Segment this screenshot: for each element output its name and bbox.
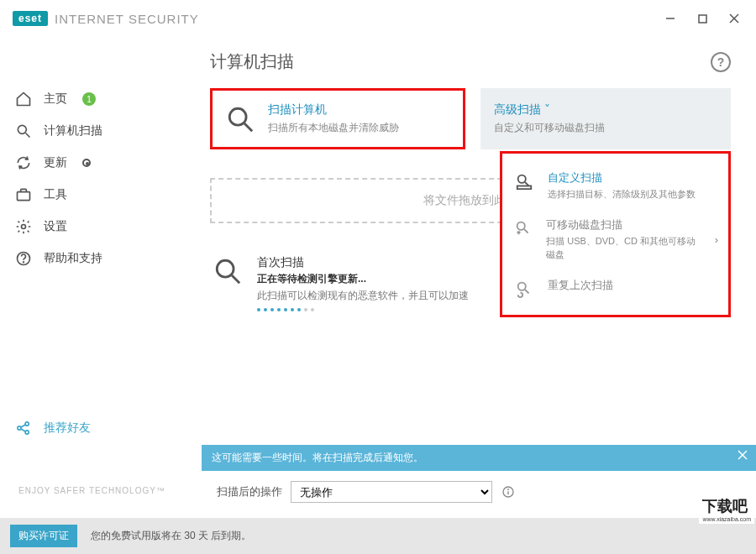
refresh-icon <box>15 154 32 171</box>
adv-card-subtitle: 自定义和可移动磁盘扫描 <box>494 121 605 135</box>
sidebar-item-tools[interactable]: 工具 <box>0 179 197 211</box>
window-controls <box>664 12 748 25</box>
svg-point-15 <box>229 108 246 125</box>
svg-line-14 <box>21 429 26 431</box>
share-icon <box>15 420 32 436</box>
notice-close-button[interactable] <box>738 450 748 460</box>
info-icon <box>501 485 515 499</box>
adv-item-title: 可移动磁盘扫描 <box>546 217 703 233</box>
close-icon <box>738 450 748 460</box>
minimize-button[interactable] <box>664 12 677 25</box>
adv-item-desc: 选择扫描目标、清除级别及其他参数 <box>548 188 696 201</box>
close-icon <box>729 13 739 24</box>
svg-point-24 <box>217 260 234 277</box>
scan-computer-card[interactable]: 扫描计算机 扫描所有本地磁盘并清除威胁 <box>210 88 465 149</box>
adv-item-desc: 扫描 USB、DVD、CD 和其他可移动磁盘 <box>546 235 703 261</box>
sidebar-item-update[interactable]: 更新 <box>0 147 197 179</box>
custom-scan-icon <box>512 170 536 201</box>
close-button[interactable] <box>727 12 741 25</box>
adv-card-title: 高级扫描 <box>494 102 541 116</box>
svg-line-13 <box>21 425 26 427</box>
notification-badge: 1 <box>82 92 96 106</box>
svg-rect-19 <box>517 186 532 190</box>
product-name: INTERNET SECURITY <box>55 12 199 26</box>
svg-point-20 <box>517 222 525 230</box>
progress-dots <box>257 308 469 311</box>
sidebar-item-scan[interactable]: 计算机扫描 <box>0 115 197 147</box>
help-icon <box>15 250 32 267</box>
sidebar-item-help[interactable]: 帮助和支持 <box>0 243 197 274</box>
chevron-right-icon: › <box>715 233 718 246</box>
svg-rect-6 <box>18 192 30 201</box>
buy-license-button[interactable]: 购买许可证 <box>10 525 77 547</box>
info-notice: 这可能需要一些时间。将在扫描完成后通知您。 <box>202 445 756 471</box>
adv-item-title: 重复上次扫描 <box>548 278 613 293</box>
update-indicator-icon <box>82 159 91 167</box>
svg-point-4 <box>18 125 26 133</box>
scan-card-subtitle: 扫描所有本地磁盘并清除威胁 <box>268 121 399 135</box>
trial-text: 您的免费试用版将在 30 天 后到期。 <box>91 529 251 543</box>
sidebar-item-referral[interactable]: 推荐好友 <box>0 412 197 444</box>
svg-point-9 <box>24 262 24 263</box>
adv-menu-custom-scan[interactable]: 自定义扫描 选择扫描目标、清除级别及其他参数 <box>506 162 725 209</box>
advanced-scan-menu: 自定义扫描 选择扫描目标、清除级别及其他参数 可移动磁盘扫描 扫描 USB、DV… <box>500 151 731 317</box>
sidebar-item-label: 推荐好友 <box>44 421 91 436</box>
title-bar: eset INTERNET SECURITY <box>0 0 756 37</box>
app-logo: eset INTERNET SECURITY <box>13 11 199 26</box>
sidebar-item-label: 帮助和支持 <box>44 251 102 266</box>
page-title: 计算机扫描 <box>210 50 294 73</box>
adv-menu-repeat-scan[interactable]: 重复上次扫描 <box>506 269 725 306</box>
sidebar-item-label: 计算机扫描 <box>44 123 102 138</box>
home-icon <box>15 91 32 107</box>
svg-line-21 <box>524 229 528 233</box>
info-button[interactable] <box>501 484 516 499</box>
sidebar-item-label: 工具 <box>44 187 67 202</box>
usb-icon <box>512 217 534 261</box>
gear-icon <box>15 218 32 235</box>
post-scan-select[interactable]: 无操作 <box>291 481 492 503</box>
svg-rect-1 <box>699 15 706 23</box>
sidebar-item-home[interactable]: 主页 1 <box>0 83 197 115</box>
adv-item-title: 自定义扫描 <box>548 170 696 186</box>
scan-icon <box>226 105 255 133</box>
advanced-scan-card[interactable]: 高级扫描 ˅ 自定义和可移动磁盘扫描 <box>480 88 731 149</box>
status-bar: 购买许可证 您的免费试用版将在 30 天 后到期。 <box>0 518 756 554</box>
maximize-icon <box>698 14 707 24</box>
svg-point-7 <box>22 225 26 229</box>
search-icon <box>15 123 32 139</box>
scan-status-icon <box>213 255 242 284</box>
sidebar-item-label: 主页 <box>44 91 67 107</box>
post-scan-label: 扫描后的操作 <box>217 484 282 499</box>
svg-line-23 <box>525 290 529 294</box>
sidebar-item-label: 更新 <box>44 155 67 170</box>
svg-line-25 <box>232 275 239 283</box>
svg-line-16 <box>244 123 252 130</box>
repeat-scan-icon <box>512 278 536 298</box>
scan-card-title: 扫描计算机 <box>268 102 399 118</box>
adv-menu-removable-scan[interactable]: 可移动磁盘扫描 扫描 USB、DVD、CD 和其他可移动磁盘 › <box>506 209 725 269</box>
question-icon: ? <box>717 55 725 69</box>
scan-status-title: 首次扫描 <box>257 255 469 270</box>
svg-point-30 <box>508 489 509 490</box>
scan-status-line3: 此扫描可以检测现有的恶意软件，并且可以加速 <box>257 289 469 303</box>
svg-line-5 <box>26 133 30 138</box>
scan-status-line2: 正在等待检测引擎更新... <box>257 272 469 286</box>
briefcase-icon <box>15 186 32 203</box>
notice-text: 这可能需要一些时间。将在扫描完成后通知您。 <box>212 452 423 463</box>
page-header: 计算机扫描 ? <box>210 45 731 88</box>
minimize-icon <box>665 13 675 24</box>
post-scan-row: 扫描后的操作 无操作 <box>217 481 731 503</box>
chevron-down-icon: ˅ <box>544 102 550 116</box>
sidebar-item-settings[interactable]: 设置 <box>0 211 197 243</box>
logo-badge: eset <box>13 11 48 26</box>
help-button[interactable]: ? <box>711 52 731 72</box>
maximize-button[interactable] <box>696 12 709 25</box>
sidebar-item-label: 设置 <box>44 219 67 234</box>
svg-point-22 <box>518 283 526 290</box>
svg-point-17 <box>518 175 526 183</box>
